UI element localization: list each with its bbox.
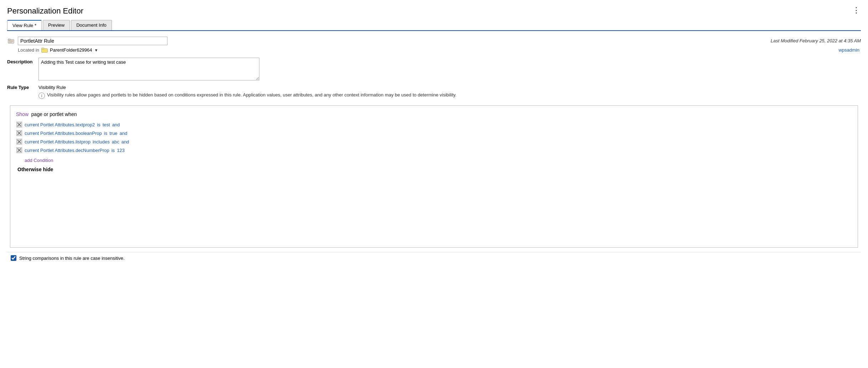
show-link[interactable]: Show xyxy=(16,111,29,117)
show-row: Show page or portlet when xyxy=(16,111,852,117)
delete-condition-1-icon[interactable] xyxy=(16,121,22,128)
condition-3-val[interactable]: abc xyxy=(112,139,119,144)
condition-2-and: and xyxy=(120,131,128,136)
condition-1-and: and xyxy=(112,122,120,127)
rule-type-label: Rule Type xyxy=(7,85,36,90)
delete-condition-2-icon[interactable] xyxy=(16,130,22,136)
conditions-box: Show page or portlet when current Portle… xyxy=(10,105,858,248)
condition-row-1: current Portlet Attributes.textprop2 is … xyxy=(16,121,852,128)
description-label: Description xyxy=(7,58,36,64)
rule-type-info-text: Visibility rules allow pages and portlet… xyxy=(47,92,456,98)
case-insensitive-checkbox[interactable] xyxy=(11,255,16,261)
app-title: Personalization Editor xyxy=(7,6,83,16)
info-icon: i xyxy=(38,93,45,99)
wpsadmin-link[interactable]: wpsadmin xyxy=(838,47,861,53)
located-in-row: Located in ParentFolder629964 ▼ xyxy=(18,47,98,53)
rule-type-row: Rule Type Visibility Rule xyxy=(7,85,861,90)
app-container: Personalization Editor ⋮ View Rule * Pre… xyxy=(0,0,868,368)
condition-3-attr[interactable]: current Portlet Attributes.listprop xyxy=(25,139,91,144)
folder-dropdown-arrow[interactable]: ▼ xyxy=(94,48,98,52)
description-row: Description Adding this Test case for wr… xyxy=(7,58,861,80)
condition-1-attr[interactable]: current Portlet Attributes.textprop2 xyxy=(25,122,95,127)
rule-type-value: Visibility Rule xyxy=(38,85,66,90)
condition-row-4: current Portlet Attributes.decNumberProp… xyxy=(16,147,852,153)
located-in-label: Located in xyxy=(18,47,39,53)
folder-icon xyxy=(41,47,48,53)
condition-4-op[interactable]: is xyxy=(112,148,115,153)
bottom-bar: String comparisons in this rule are case… xyxy=(7,252,861,264)
rule-name-row xyxy=(7,37,771,45)
condition-row-3: current Portlet Attributes.listprop incl… xyxy=(16,138,852,145)
svg-rect-6 xyxy=(42,48,44,49)
folder-name: ParentFolder629964 xyxy=(50,47,92,53)
delete-condition-4-icon[interactable] xyxy=(16,147,22,153)
condition-3-and: and xyxy=(122,139,129,144)
svg-rect-1 xyxy=(8,39,11,40)
add-condition-link[interactable]: add Condition xyxy=(25,158,53,163)
condition-2-op[interactable]: is xyxy=(104,131,107,136)
condition-3-op[interactable]: includes xyxy=(93,139,110,144)
add-condition-row: add Condition xyxy=(16,156,852,163)
condition-1-op[interactable]: is xyxy=(97,122,100,127)
tabs-bar: View Rule * Preview Document Info xyxy=(7,20,861,31)
kebab-menu-icon[interactable]: ⋮ xyxy=(852,6,861,14)
condition-row-2: current Portlet Attributes.booleanProp i… xyxy=(16,130,852,136)
condition-1-val[interactable]: test xyxy=(103,122,110,127)
condition-4-val[interactable]: 123 xyxy=(117,148,125,153)
condition-2-attr[interactable]: current Portlet Attributes.booleanProp xyxy=(25,131,102,136)
description-textarea[interactable]: Adding this Test case for writing test c… xyxy=(38,58,259,80)
rule-name-input[interactable] xyxy=(18,37,167,45)
tab-preview[interactable]: Preview xyxy=(43,20,70,30)
rule-document-icon xyxy=(7,37,15,45)
condition-2-val[interactable]: true xyxy=(109,131,117,136)
title-bar: Personalization Editor ⋮ xyxy=(7,6,861,16)
tab-view-rule[interactable]: View Rule * xyxy=(7,20,42,30)
delete-condition-3-icon[interactable] xyxy=(16,138,22,145)
tab-document-info[interactable]: Document Info xyxy=(71,20,112,30)
otherwise-hide: Otherwise hide xyxy=(17,167,852,172)
last-modified-text: Last Modified February 25, 2022 at 4:35 … xyxy=(771,37,861,43)
rule-header: Last Modified February 25, 2022 at 4:35 … xyxy=(7,37,861,45)
case-insensitive-label: String comparisons in this rule are case… xyxy=(19,256,125,261)
rule-type-info-row: i Visibility rules allow pages and portl… xyxy=(38,92,861,99)
condition-4-attr[interactable]: current Portlet Attributes.decNumberProp xyxy=(25,148,109,153)
show-when-text: page or portlet when xyxy=(30,111,77,117)
